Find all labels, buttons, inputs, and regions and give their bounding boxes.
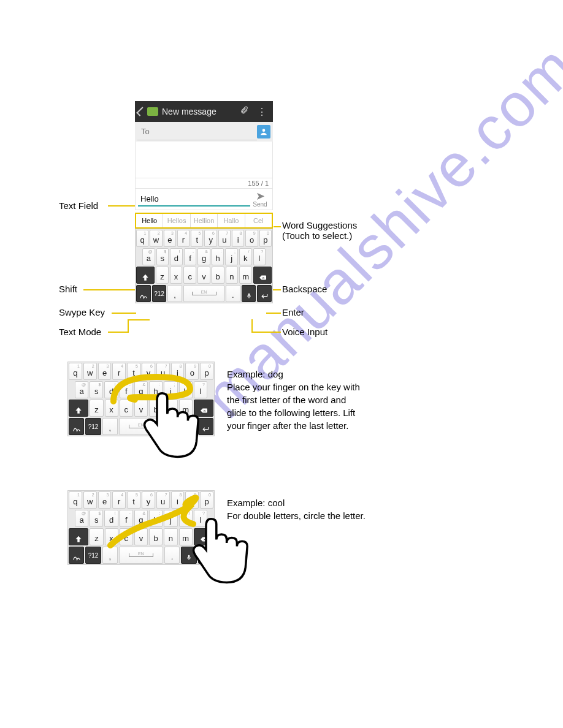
space-key[interactable]: EN xyxy=(119,418,163,435)
letter-key[interactable]: p0 xyxy=(259,230,272,247)
compose-input[interactable]: Hello xyxy=(138,192,250,207)
letter-key[interactable]: u7 xyxy=(156,491,170,509)
enter-key[interactable] xyxy=(198,418,213,435)
enter-key[interactable] xyxy=(198,547,213,564)
letter-key[interactable]: c xyxy=(120,400,133,417)
space-key[interactable]: EN xyxy=(119,547,163,564)
letter-key[interactable]: t5 xyxy=(127,363,140,380)
comma-key[interactable]: , xyxy=(167,285,182,302)
letter-key[interactable]: c xyxy=(183,267,196,284)
letter-key[interactable]: h: xyxy=(149,510,163,527)
suggestion-item[interactable]: Cel xyxy=(245,214,272,227)
enter-key[interactable] xyxy=(257,285,272,302)
letter-key[interactable]: v xyxy=(134,400,148,417)
voice-key[interactable] xyxy=(181,547,196,564)
suggestion-item[interactable]: Hallo xyxy=(218,214,245,227)
swype-key[interactable] xyxy=(69,418,84,435)
letter-key[interactable]: d! xyxy=(104,510,118,527)
letter-key[interactable]: n xyxy=(226,267,239,284)
letter-key[interactable]: y6 xyxy=(142,491,155,509)
letter-key[interactable]: j; xyxy=(164,510,177,527)
suggestion-item[interactable]: Hello xyxy=(136,214,163,227)
letter-key[interactable]: y6 xyxy=(142,363,155,380)
letter-key[interactable]: y6 xyxy=(204,230,216,247)
attach-icon[interactable] xyxy=(237,106,251,117)
letter-key[interactable]: x xyxy=(170,267,183,284)
letter-key[interactable]: q1 xyxy=(136,230,148,247)
letter-key[interactable]: a@ xyxy=(75,510,88,527)
letter-key[interactable]: b xyxy=(212,267,224,284)
letter-key[interactable]: p0 xyxy=(200,491,213,509)
letter-key[interactable]: h: xyxy=(212,248,224,265)
letter-key[interactable]: z xyxy=(156,267,169,284)
letter-key[interactable]: s$ xyxy=(90,381,103,398)
letter-key[interactable]: d! xyxy=(170,248,183,265)
letter-key[interactable]: l? xyxy=(194,381,207,398)
letter-key[interactable]: q1 xyxy=(69,491,82,509)
voice-key[interactable] xyxy=(242,285,256,302)
text-mode-key[interactable]: ?12 xyxy=(152,285,167,302)
letter-key[interactable]: t5 xyxy=(127,491,140,509)
letter-key[interactable]: v xyxy=(197,267,210,284)
shift-key[interactable] xyxy=(69,528,88,545)
text-mode-key[interactable]: ?12 xyxy=(85,418,101,435)
letter-key[interactable]: n xyxy=(164,528,177,545)
suggestion-item[interactable]: Hellos xyxy=(163,214,190,227)
comma-key[interactable]: , xyxy=(102,418,118,435)
letter-key[interactable]: i8 xyxy=(171,363,185,380)
more-icon[interactable]: ⋮ xyxy=(255,106,269,118)
letter-key[interactable]: m xyxy=(179,400,193,417)
swype-key[interactable] xyxy=(136,285,151,302)
letter-key[interactable]: v xyxy=(134,528,148,545)
letter-key[interactable]: w2 xyxy=(83,363,97,380)
letter-key[interactable]: a@ xyxy=(142,248,155,265)
letter-key[interactable]: x xyxy=(105,528,118,545)
letter-key[interactable]: r4 xyxy=(112,363,126,380)
period-key[interactable]: . xyxy=(164,418,180,435)
letter-key[interactable]: i8 xyxy=(171,491,185,509)
comma-key[interactable]: , xyxy=(102,547,118,564)
letter-key[interactable]: p0 xyxy=(200,363,213,380)
letter-key[interactable]: z xyxy=(90,400,103,417)
letter-key[interactable]: r4 xyxy=(112,491,126,509)
letter-key[interactable]: s$ xyxy=(156,248,169,265)
backspace-key[interactable] xyxy=(253,267,272,284)
backspace-key[interactable] xyxy=(194,400,213,417)
letter-key[interactable]: t5 xyxy=(191,230,203,247)
letter-key[interactable]: l? xyxy=(194,510,207,527)
back-icon[interactable] xyxy=(136,107,146,116)
letter-key[interactable]: o9 xyxy=(185,363,199,380)
message-body-area[interactable] xyxy=(135,142,273,178)
letter-key[interactable]: d! xyxy=(104,381,118,398)
letter-key[interactable]: h: xyxy=(149,381,163,398)
letter-key[interactable]: i8 xyxy=(232,230,244,247)
backspace-key[interactable] xyxy=(194,528,213,545)
voice-key[interactable] xyxy=(181,418,196,435)
letter-key[interactable]: n xyxy=(164,400,177,417)
letter-key[interactable]: f- xyxy=(184,248,197,265)
letter-key[interactable]: k/ xyxy=(179,381,193,398)
letter-key[interactable]: u7 xyxy=(156,363,170,380)
period-key[interactable]: . xyxy=(164,547,180,564)
letter-key[interactable]: o9 xyxy=(245,230,258,247)
letter-key[interactable]: m xyxy=(179,528,193,545)
letter-key[interactable]: g& xyxy=(134,381,148,398)
letter-key[interactable]: z xyxy=(90,528,103,545)
to-field[interactable] xyxy=(137,123,257,140)
letter-key[interactable]: w2 xyxy=(150,230,162,247)
letter-key[interactable]: o9 xyxy=(185,491,199,509)
letter-key[interactable]: e3 xyxy=(98,491,112,509)
shift-key[interactable] xyxy=(69,400,88,417)
letter-key[interactable]: j; xyxy=(225,248,238,265)
swype-key[interactable] xyxy=(69,547,84,564)
letter-key[interactable]: w2 xyxy=(83,491,97,509)
letter-key[interactable]: g& xyxy=(134,510,148,527)
letter-key[interactable]: l? xyxy=(253,248,266,265)
letter-key[interactable]: e3 xyxy=(164,230,176,247)
letter-key[interactable]: j; xyxy=(164,381,177,398)
letter-key[interactable]: b xyxy=(149,528,163,545)
letter-key[interactable]: q1 xyxy=(69,363,82,380)
letter-key[interactable]: e3 xyxy=(98,363,112,380)
space-key[interactable]: EN xyxy=(183,285,224,302)
send-button[interactable]: ➤ Send xyxy=(250,191,270,208)
